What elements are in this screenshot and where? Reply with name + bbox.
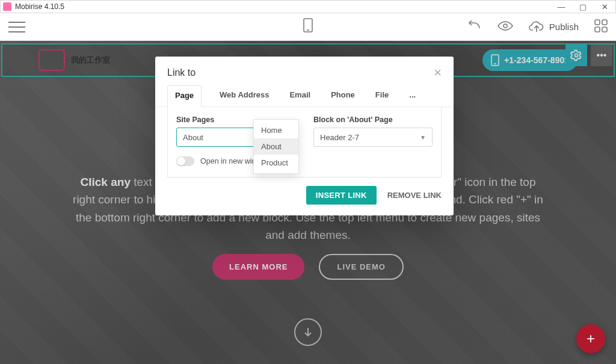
block-on-page-label: Block on 'About' Page (313, 116, 433, 124)
dialog-close-icon[interactable]: × (434, 66, 442, 79)
tab-more[interactable]: ... (407, 85, 418, 106)
window-close-button[interactable]: ✕ (600, 2, 609, 11)
menu-button[interactable] (8, 22, 25, 32)
tab-page[interactable]: Page (167, 85, 202, 107)
window-minimize-button[interactable]: — (556, 2, 566, 11)
tab-phone[interactable]: Phone (328, 85, 357, 106)
tab-web-address[interactable]: Web Address (217, 85, 271, 106)
open-new-window-toggle[interactable] (176, 156, 194, 166)
app-toolbar: Publish (0, 13, 616, 41)
site-pages-dropdown: Home About Product (253, 119, 299, 174)
extensions-icon[interactable] (594, 19, 608, 35)
site-pages-value: About (183, 133, 203, 142)
page-canvas: 我的工作室 +1-234-567-8901 ••• Click any text… (0, 41, 616, 364)
svg-rect-6 (602, 27, 607, 32)
dialog-title: Link to (167, 67, 196, 78)
svg-rect-4 (602, 20, 607, 25)
block-value: Header 2-7 (320, 133, 359, 142)
add-block-fab[interactable]: + (576, 324, 605, 353)
window-titlebar: Mobirise 4.10.5 — ▢ ✕ (0, 0, 616, 13)
window-title: Mobirise 4.10.5 (15, 2, 64, 11)
app-logo-icon (3, 2, 11, 11)
dialog-tabs: Page Web Address Email Phone File ... (155, 85, 454, 107)
tab-email[interactable]: Email (287, 85, 313, 106)
chevron-down-icon: ▼ (420, 134, 426, 141)
remove-link-button[interactable]: REMOVE LINK (387, 191, 442, 200)
preview-eye-icon[interactable] (497, 20, 513, 34)
link-dialog: Link to × Page Web Address Email Phone F… (155, 57, 454, 215)
svg-rect-5 (595, 27, 600, 32)
undo-icon[interactable] (466, 20, 482, 34)
tab-file[interactable]: File (373, 85, 391, 106)
option-home[interactable]: Home (254, 122, 298, 138)
option-product[interactable]: Product (254, 155, 298, 171)
option-about[interactable]: About (254, 138, 298, 155)
svg-rect-3 (595, 20, 600, 25)
window-maximize-button[interactable]: ▢ (578, 2, 588, 11)
device-preview-icon[interactable] (302, 18, 314, 36)
svg-point-2 (504, 24, 507, 28)
block-select[interactable]: Header 2-7 ▼ (313, 128, 433, 147)
insert-link-button[interactable]: INSERT LINK (306, 186, 377, 205)
publish-button[interactable]: Publish (529, 21, 579, 33)
publish-label: Publish (549, 22, 579, 32)
